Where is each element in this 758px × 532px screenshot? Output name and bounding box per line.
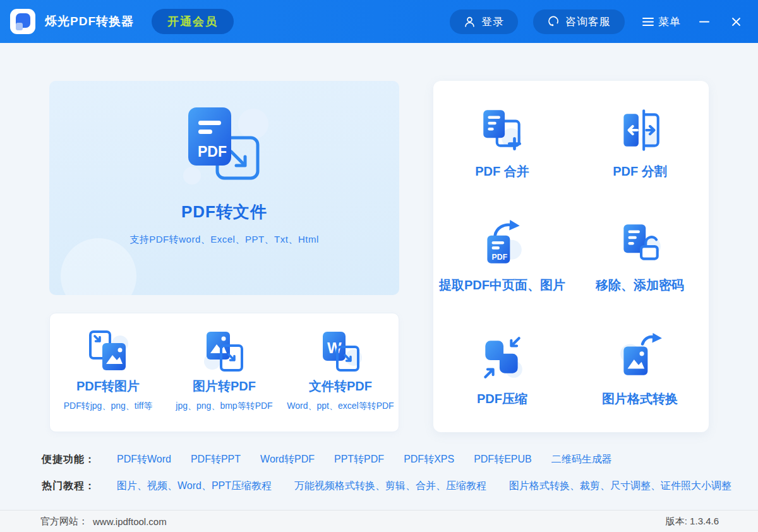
pdf-password-icon [615, 219, 665, 269]
app-title: 烁光PDF转换器 [45, 13, 134, 30]
image-to-pdf-icon [200, 327, 248, 375]
pdf-extract-item[interactable]: PDF 提取PDF中页面、图片 [433, 200, 571, 313]
quick-features-row: 便捷功能： PDF转Word PDF转PPT Word转PDF PPT转PDF … [0, 453, 758, 466]
image-to-pdf-sub: jpg、png、bmp等转PDF [176, 401, 272, 412]
pdf-merge-icon [478, 106, 527, 155]
title-bar: 烁光PDF转换器 开通会员 登录 咨询客服 菜单 [0, 0, 758, 43]
svg-text:PDF: PDF [198, 143, 227, 160]
pdf-merge-item[interactable]: PDF 合并 [433, 86, 571, 200]
pdf-to-image-icon [84, 327, 132, 375]
image-to-pdf-item[interactable]: 图片转PDF jpg、png、bmp等转PDF [166, 327, 282, 432]
official-site-url[interactable]: www.ipdftool.com [93, 516, 167, 527]
login-button[interactable]: 登录 [450, 9, 518, 34]
image-format-icon [615, 333, 665, 382]
link-tutorial-video[interactable]: 万能视频格式转换、剪辑、合并、压缩教程 [294, 480, 486, 493]
pdf-to-file-icon: PDF [177, 104, 272, 187]
file-to-pdf-sub: Word、ppt、excel等转PDF [287, 401, 394, 412]
pdf-extract-icon: PDF [478, 219, 527, 269]
link-ppt-to-pdf[interactable]: PPT转PDF [334, 453, 384, 466]
official-site-label: 官方网站： [40, 516, 88, 528]
open-vip-button[interactable]: 开通会员 [152, 9, 234, 34]
link-tutorial-image[interactable]: 图片格式转换、裁剪、尺寸调整、证件照大小调整 [509, 480, 731, 493]
pdf-compress-item[interactable]: PDF压缩 [433, 313, 571, 427]
main-content: PDF PDF转文件 支持PDF转word、Excel、PPT、Txt、Html [0, 43, 758, 432]
menu-button[interactable]: 菜单 [642, 15, 681, 29]
file-to-pdf-item[interactable]: W 文件转PDF Word、ppt、excel等转PDF [282, 327, 399, 432]
minimize-button[interactable] [696, 13, 713, 30]
image-format-label: 图片格式转换 [602, 390, 678, 408]
version-text: 版本: 1.3.4.6 [666, 516, 719, 528]
link-qrcode-generator[interactable]: 二维码生成器 [551, 453, 612, 466]
pdf-password-item[interactable]: 移除、添加密码 [571, 200, 709, 313]
pdf-compress-icon [478, 333, 527, 382]
hamburger-icon [642, 17, 654, 27]
pdf-extract-label: 提取PDF中页面、图片 [439, 277, 565, 294]
tools-panel: PDF 合并 PDF 分割 [433, 81, 709, 432]
close-button[interactable] [728, 13, 744, 30]
customer-service-button[interactable]: 咨询客服 [533, 9, 625, 34]
pdf-password-label: 移除、添加密码 [596, 277, 684, 294]
pdf-compress-label: PDF压缩 [477, 390, 527, 408]
tutorials-row: 热门教程： 图片、视频、Word、PPT压缩教程 万能视频格式转换、剪辑、合并、… [0, 480, 758, 493]
link-pdf-to-word[interactable]: PDF转Word [117, 453, 171, 466]
app-window: 烁光PDF转换器 开通会员 登录 咨询客服 菜单 [0, 0, 758, 532]
converters-card: PDF转图片 PDF转jpg、png、tiff等 [49, 313, 399, 432]
pdf-split-icon [615, 106, 665, 155]
link-pdf-to-xps[interactable]: PDF转XPS [404, 453, 454, 466]
pdf-split-label: PDF 分割 [613, 163, 667, 180]
header-actions: 登录 咨询客服 菜单 [450, 9, 744, 34]
headset-icon [547, 15, 560, 28]
image-format-item[interactable]: 图片格式转换 [571, 313, 709, 427]
link-word-to-pdf[interactable]: Word转PDF [260, 453, 315, 466]
pdf-to-image-label: PDF转图片 [76, 378, 140, 395]
pdf-to-image-sub: PDF转jpg、png、tiff等 [64, 401, 153, 412]
pdf-to-image-item[interactable]: PDF转图片 PDF转jpg、png、tiff等 [50, 327, 166, 432]
tutorials-label: 热门教程： [42, 480, 95, 493]
user-icon [464, 16, 476, 28]
pdf-to-file-subtitle: 支持PDF转word、Excel、PPT、Txt、Html [129, 234, 319, 246]
svg-text:PDF: PDF [492, 253, 508, 262]
link-tutorial-compress[interactable]: 图片、视频、Word、PPT压缩教程 [117, 480, 272, 493]
pdf-split-item[interactable]: PDF 分割 [571, 86, 709, 200]
pdf-to-file-title: PDF转文件 [181, 201, 267, 223]
file-to-pdf-label: 文件转PDF [309, 378, 372, 395]
app-logo-icon [10, 9, 35, 34]
image-to-pdf-label: 图片转PDF [193, 378, 256, 395]
status-bar: 官方网站： www.ipdftool.com 版本: 1.3.4.6 [0, 510, 758, 532]
file-to-pdf-icon: W [316, 327, 364, 375]
link-pdf-to-ppt[interactable]: PDF转PPT [191, 453, 241, 466]
pdf-merge-label: PDF 合并 [475, 163, 529, 180]
pdf-to-file-card[interactable]: PDF PDF转文件 支持PDF转word、Excel、PPT、Txt、Html [49, 81, 399, 295]
link-pdf-to-epub[interactable]: PDF转EPUB [474, 453, 532, 466]
quick-features-label: 便捷功能： [42, 453, 95, 466]
